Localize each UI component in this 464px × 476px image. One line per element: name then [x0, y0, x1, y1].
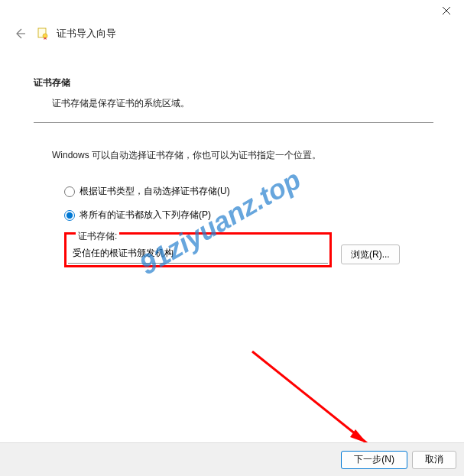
radio-auto-input[interactable]: [64, 186, 75, 197]
wizard-title: 证书导入向导: [57, 27, 116, 40]
radio-auto-label: 根据证书类型，自动选择证书存储(U): [79, 185, 230, 198]
cancel-button[interactable]: 取消: [412, 451, 456, 469]
close-button[interactable]: [429, 0, 464, 21]
divider: [34, 122, 433, 123]
store-row: 证书存储: 浏览(R)...: [64, 232, 433, 267]
back-arrow-icon: [13, 27, 27, 40]
section-title: 证书存储: [34, 76, 433, 89]
store-input[interactable]: [68, 244, 328, 264]
radio-manual-select[interactable]: 将所有的证书都放入下列存储(P): [64, 209, 433, 222]
svg-marker-6: [350, 429, 367, 443]
footer-bar: 下一步(N) 取消: [0, 442, 464, 476]
radio-group: 根据证书类型，自动选择证书存储(U) 将所有的证书都放入下列存储(P): [64, 185, 433, 222]
next-button[interactable]: 下一步(N): [341, 451, 407, 469]
back-button[interactable]: [11, 24, 29, 43]
explain-text: Windows 可以自动选择证书存储，你也可以为证书指定一个位置。: [52, 149, 433, 162]
radio-manual-label: 将所有的证书都放入下列存储(P): [79, 209, 211, 222]
browse-button[interactable]: 浏览(R)...: [341, 244, 400, 264]
content-area: 证书存储 证书存储是保存证书的系统区域。 Windows 可以自动选择证书存储，…: [34, 76, 433, 267]
wizard-header: 证书导入向导: [11, 24, 116, 43]
section-description: 证书存储是保存证书的系统区域。: [52, 97, 433, 110]
highlight-box: 证书存储:: [64, 232, 332, 267]
radio-manual-input[interactable]: [64, 210, 75, 221]
close-icon: [442, 6, 451, 15]
certificate-icon: [37, 28, 49, 40]
store-legend: 证书存储:: [76, 230, 119, 243]
store-fieldset: 证书存储:: [68, 236, 328, 264]
radio-auto-select[interactable]: 根据证书类型，自动选择证书存储(U): [64, 185, 433, 198]
svg-line-5: [252, 351, 367, 443]
